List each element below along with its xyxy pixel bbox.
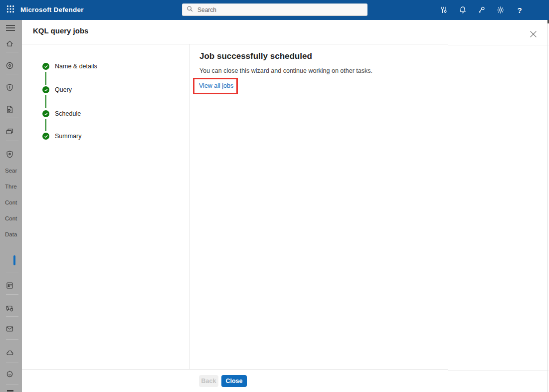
left-nav-dimmed: Sear Thre Cont Cont Data bbox=[0, 20, 22, 392]
notifications-button[interactable] bbox=[453, 0, 472, 20]
app-launcher-button[interactable] bbox=[4, 4, 17, 16]
divider bbox=[6, 363, 18, 363]
report-icon bbox=[5, 105, 14, 114]
sidebar-item-actions[interactable] bbox=[0, 80, 22, 94]
topbar: Microsoft Defender Search bbox=[0, 0, 549, 20]
app-title: Microsoft Defender bbox=[20, 6, 84, 13]
incidents-icon bbox=[5, 61, 14, 70]
cloud-icon bbox=[5, 349, 14, 357]
defender-badge-icon bbox=[5, 370, 14, 379]
dialog-title: KQL query jobs bbox=[33, 26, 88, 35]
step-connector bbox=[45, 95, 46, 108]
sidebar-item-email[interactable] bbox=[0, 322, 22, 336]
feedback-icon bbox=[478, 6, 486, 14]
partial-icon bbox=[7, 390, 13, 392]
content-divider bbox=[189, 44, 189, 369]
step-label: Schedule bbox=[55, 110, 81, 117]
step-label: Query bbox=[55, 86, 72, 93]
search-input[interactable]: Search bbox=[182, 3, 367, 16]
devices-icon bbox=[5, 127, 14, 136]
wizard-step-summary[interactable]: Summary bbox=[22, 133, 172, 140]
waffle-icon bbox=[6, 4, 15, 15]
back-button[interactable]: Back bbox=[199, 375, 218, 387]
header-border-secondary bbox=[448, 45, 549, 45]
wizard-step-name-details[interactable]: Name & details bbox=[22, 63, 172, 70]
settings-icon bbox=[497, 6, 505, 14]
sidebar-item-incidents[interactable] bbox=[0, 58, 22, 72]
dialog-close-button[interactable] bbox=[529, 30, 538, 39]
nav-selection-indicator bbox=[13, 255, 15, 265]
sidebar-item-policies[interactable] bbox=[0, 147, 22, 161]
wizard-step-query[interactable]: Query bbox=[22, 86, 172, 93]
success-message: You can close this wizard and continue w… bbox=[199, 67, 372, 74]
kql-query-jobs-dialog: KQL query jobs Name & details Query Sche… bbox=[22, 20, 549, 392]
divider bbox=[6, 96, 18, 96]
step-complete-icon bbox=[42, 86, 49, 93]
step-complete-icon bbox=[42, 63, 49, 70]
divider bbox=[6, 52, 18, 52]
actions-shield-icon bbox=[5, 83, 14, 92]
email-icon bbox=[5, 325, 14, 333]
home-icon bbox=[5, 39, 14, 48]
feedback-button[interactable] bbox=[472, 0, 491, 20]
divider bbox=[6, 316, 18, 317]
divider bbox=[6, 339, 18, 340]
wizard-step-schedule[interactable]: Schedule bbox=[22, 110, 172, 117]
step-label: Name & details bbox=[55, 63, 97, 70]
sidebar-item-collaboration[interactable] bbox=[0, 301, 22, 315]
settings-button[interactable] bbox=[491, 0, 510, 20]
dialog-right-edge bbox=[547, 20, 548, 392]
notifications-icon bbox=[459, 6, 467, 14]
step-connector bbox=[45, 119, 46, 131]
divider bbox=[6, 141, 18, 141]
search-icon bbox=[186, 5, 193, 14]
sidebar-item-reports[interactable] bbox=[0, 102, 22, 116]
help-button[interactable]: ? bbox=[510, 0, 529, 20]
success-heading: Job successfully scheduled bbox=[199, 51, 312, 61]
help-icon: ? bbox=[517, 6, 522, 14]
divider bbox=[6, 74, 18, 74]
divider bbox=[6, 272, 18, 272]
close-icon bbox=[530, 30, 537, 40]
tools-button[interactable] bbox=[434, 0, 453, 20]
sidebar-item-cloud-apps[interactable] bbox=[0, 346, 22, 360]
tools-icon bbox=[440, 6, 448, 14]
sidebar-item-home[interactable] bbox=[0, 36, 22, 50]
footer-border bbox=[22, 369, 448, 370]
chat-shield-icon bbox=[5, 304, 14, 313]
menu-icon bbox=[5, 24, 15, 32]
sidebar-item-devices[interactable] bbox=[0, 124, 22, 138]
step-complete-icon bbox=[42, 133, 49, 140]
nav-collapse-button[interactable] bbox=[0, 21, 22, 35]
step-label: Summary bbox=[55, 133, 81, 140]
sidebar-item-identities[interactable] bbox=[0, 278, 22, 292]
step-complete-icon bbox=[42, 110, 49, 117]
topbar-actions: ? bbox=[434, 0, 529, 20]
step-connector bbox=[45, 72, 46, 85]
identity-card-icon bbox=[5, 281, 14, 290]
sidebar-item-defender-portal[interactable] bbox=[0, 367, 22, 381]
header-border bbox=[22, 44, 448, 44]
divider bbox=[6, 385, 18, 385]
policy-shield-icon bbox=[5, 150, 14, 159]
view-all-jobs-link[interactable]: View all jobs bbox=[199, 82, 233, 89]
divider bbox=[6, 118, 18, 118]
close-button[interactable]: Close bbox=[221, 375, 247, 387]
search-placeholder: Search bbox=[197, 6, 216, 13]
divider bbox=[6, 294, 18, 295]
footer-border-secondary bbox=[448, 370, 549, 371]
